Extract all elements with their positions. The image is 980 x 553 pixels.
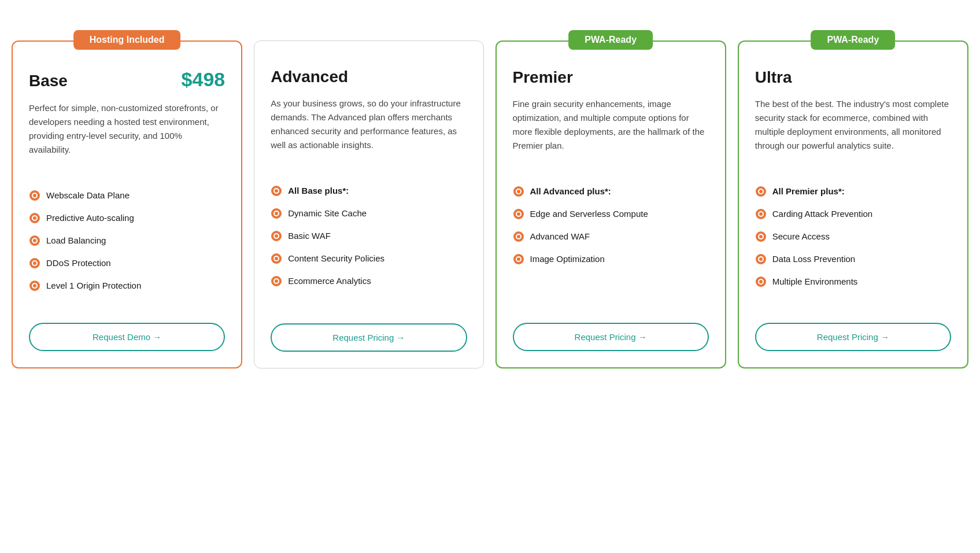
bullet-icon <box>513 208 524 220</box>
svg-point-8 <box>33 239 36 242</box>
pricing-card-base: Hosting IncludedBase$498Perfect for simp… <box>12 40 242 368</box>
svg-point-44 <box>759 190 763 193</box>
svg-point-5 <box>33 216 36 220</box>
bullet-icon <box>29 257 40 269</box>
feature-text: Content Security Policies <box>288 252 384 264</box>
svg-point-38 <box>517 235 520 238</box>
svg-point-20 <box>275 212 278 215</box>
cta-button-base[interactable]: Request Demo → <box>29 323 225 351</box>
feature-item-ultra-2: Secure Access <box>755 230 951 242</box>
svg-point-53 <box>759 257 763 261</box>
plan-description-premier: Fine grain security enhancements, image … <box>513 97 709 167</box>
bullet-icon <box>513 231 524 242</box>
feature-item-base-3: DDoS Protection <box>29 257 225 269</box>
feature-item-premier-1: Edge and Serverless Compute <box>513 208 709 220</box>
feature-text: All Advanced plus*: <box>530 185 611 197</box>
bullet-icon <box>755 231 767 242</box>
bullet-icon <box>271 275 282 287</box>
cta-button-ultra[interactable]: Request Pricing → <box>755 323 951 351</box>
bullet-icon <box>271 185 282 197</box>
feature-item-advanced-4: Ecommerce Analytics <box>271 275 467 287</box>
svg-point-32 <box>517 190 520 193</box>
feature-text: Carding Attack Prevention <box>772 208 872 220</box>
feature-item-advanced-3: Content Security Policies <box>271 252 467 264</box>
features-list-premier: All Advanced plus*:Edge and Serverless C… <box>513 185 709 302</box>
card-header-base: Base$498 <box>29 68 225 91</box>
plan-name-advanced: Advanced <box>271 68 348 86</box>
feature-item-base-4: Level 1 Origin Protection <box>29 279 225 292</box>
bullet-icon <box>755 186 767 197</box>
svg-point-17 <box>275 189 278 193</box>
feature-text: Basic WAF <box>288 230 331 242</box>
plan-badge-premier: PWA-Ready <box>568 30 653 50</box>
feature-item-premier-0: All Advanced plus*: <box>513 185 709 197</box>
plan-description-ultra: The best of the best. The industry's mos… <box>755 97 951 167</box>
feature-item-ultra-3: Data Loss Prevention <box>755 253 951 265</box>
feature-text: Dynamic Site Cache <box>288 207 367 219</box>
bullet-icon <box>29 190 40 201</box>
feature-item-advanced-1: Dynamic Site Cache <box>271 207 467 219</box>
svg-point-23 <box>275 234 278 238</box>
feature-text: All Premier plus*: <box>772 185 845 197</box>
plan-badge-ultra: PWA-Ready <box>811 30 895 50</box>
cta-button-advanced[interactable]: Request Pricing → <box>271 323 467 352</box>
feature-text: DDoS Protection <box>46 257 111 269</box>
pricing-card-advanced: AdvancedAs your business grows, so do yo… <box>254 40 483 368</box>
plan-description-base: Perfect for simple, non-customized store… <box>29 101 225 171</box>
feature-item-premier-2: Advanced WAF <box>513 230 709 242</box>
feature-text: Secure Access <box>772 230 830 242</box>
plan-name-premier: Premier <box>513 68 573 87</box>
svg-point-47 <box>759 212 763 216</box>
feature-item-advanced-2: Basic WAF <box>271 230 467 242</box>
cta-button-premier[interactable]: Request Pricing → <box>513 323 709 351</box>
bullet-icon <box>755 208 767 220</box>
bullet-icon <box>29 212 40 224</box>
card-header-ultra: Ultra <box>755 68 951 87</box>
plan-description-advanced: As your business grows, so do your infra… <box>271 97 467 166</box>
svg-point-2 <box>33 194 36 197</box>
svg-point-50 <box>759 235 763 238</box>
feature-text: Edge and Serverless Compute <box>530 208 648 220</box>
plan-name-base: Base <box>29 72 68 90</box>
feature-item-ultra-1: Carding Attack Prevention <box>755 208 951 220</box>
bullet-icon <box>513 186 524 197</box>
svg-point-26 <box>275 257 278 260</box>
svg-point-35 <box>517 212 520 216</box>
svg-point-56 <box>759 280 763 283</box>
feature-text: Level 1 Origin Protection <box>46 279 141 292</box>
feature-text: Webscale Data Plane <box>46 189 130 201</box>
bullet-icon <box>271 230 282 242</box>
feature-item-premier-3: Image Optimization <box>513 253 709 265</box>
plan-name-ultra: Ultra <box>755 68 792 87</box>
bullet-icon <box>755 253 767 265</box>
pricing-cards-container: Hosting IncludedBase$498Perfect for simp… <box>12 23 968 368</box>
svg-point-11 <box>33 261 36 265</box>
plan-price-base: $498 <box>182 68 225 91</box>
bullet-icon <box>29 235 40 246</box>
feature-text: All Base plus*: <box>288 185 349 197</box>
bullet-icon <box>271 208 282 219</box>
feature-text: Predictive Auto-scaling <box>46 212 134 224</box>
plan-badge-base: Hosting Included <box>73 30 181 50</box>
feature-text: Advanced WAF <box>530 230 590 242</box>
feature-text: Image Optimization <box>530 253 605 265</box>
feature-text: Multiple Environments <box>772 275 858 287</box>
feature-text: Load Balancing <box>46 234 106 246</box>
feature-text: Ecommerce Analytics <box>288 275 371 287</box>
features-list-ultra: All Premier plus*:Carding Attack Prevent… <box>755 185 951 302</box>
bullet-icon <box>513 253 524 265</box>
pricing-card-ultra: PWA-ReadyUltraThe best of the best. The … <box>738 40 968 368</box>
pricing-card-premier: PWA-ReadyPremierFine grain security enha… <box>495 40 726 368</box>
bullet-icon <box>755 276 767 287</box>
bullet-icon <box>29 280 40 292</box>
card-header-premier: Premier <box>513 68 709 87</box>
card-header-advanced: Advanced <box>271 68 467 86</box>
feature-item-base-2: Load Balancing <box>29 234 225 246</box>
feature-item-ultra-0: All Premier plus*: <box>755 185 951 197</box>
feature-text: Data Loss Prevention <box>772 253 855 265</box>
features-list-advanced: All Base plus*:Dynamic Site CacheBasic W… <box>271 185 467 303</box>
svg-point-41 <box>517 257 520 261</box>
bullet-icon <box>271 253 282 264</box>
svg-point-14 <box>33 284 36 287</box>
svg-point-29 <box>275 279 278 283</box>
